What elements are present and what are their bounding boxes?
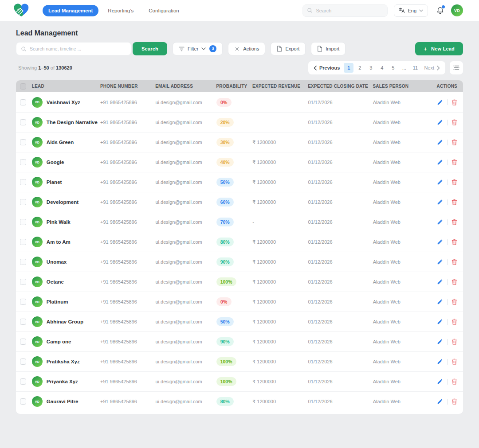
lead-avatar: VD bbox=[32, 396, 43, 407]
delete-icon[interactable] bbox=[452, 398, 457, 405]
delete-icon[interactable] bbox=[452, 119, 457, 125]
edit-icon[interactable] bbox=[437, 358, 443, 365]
lead-name: The Design Narrative bbox=[47, 120, 98, 125]
user-avatar[interactable]: VD bbox=[451, 4, 463, 16]
lead-name: Alds Green bbox=[47, 140, 74, 145]
export-button[interactable]: Export bbox=[271, 42, 306, 55]
email-address: ui.design@gmail.com bbox=[155, 339, 216, 344]
edit-icon[interactable] bbox=[437, 319, 443, 325]
probability-badge: 80% bbox=[216, 397, 234, 406]
row-checkbox[interactable] bbox=[20, 219, 26, 225]
delete-icon[interactable] bbox=[452, 319, 457, 325]
new-lead-button[interactable]: + New Lead bbox=[415, 42, 463, 55]
delete-icon[interactable] bbox=[452, 339, 457, 345]
probability-badge: 30% bbox=[216, 138, 234, 147]
edit-icon[interactable] bbox=[437, 99, 443, 105]
lead-avatar: VD bbox=[32, 237, 43, 247]
select-all-checkbox[interactable] bbox=[20, 83, 26, 90]
delete-icon[interactable] bbox=[452, 179, 457, 185]
edit-icon[interactable] bbox=[437, 159, 443, 165]
lead-search-input[interactable] bbox=[30, 46, 126, 51]
lead-name: Vaishnavi Xyz bbox=[47, 100, 80, 105]
row-checkbox[interactable] bbox=[20, 239, 26, 245]
page-button-5[interactable]: 5 bbox=[388, 63, 398, 73]
next-page-button[interactable]: Next bbox=[424, 65, 440, 70]
lead-avatar: VD bbox=[32, 117, 43, 128]
actions-button[interactable]: Actions bbox=[228, 42, 265, 55]
row-checkbox[interactable] bbox=[20, 259, 26, 265]
page-button-11[interactable]: 11 bbox=[410, 63, 420, 73]
header-probability: PROBABILITY bbox=[216, 84, 252, 89]
edit-icon[interactable] bbox=[437, 378, 443, 385]
page-button-2[interactable]: 2 bbox=[355, 63, 365, 73]
edit-icon[interactable] bbox=[437, 279, 443, 285]
lead-name: Google bbox=[47, 160, 64, 165]
probability-badge: 70% bbox=[216, 218, 234, 226]
delete-icon[interactable] bbox=[452, 199, 457, 205]
delete-icon[interactable] bbox=[452, 219, 457, 225]
row-checkbox[interactable] bbox=[20, 99, 26, 105]
edit-icon[interactable] bbox=[437, 339, 443, 345]
expected-closing-date: 01/12/2026 bbox=[308, 199, 373, 205]
action-divider bbox=[447, 120, 448, 125]
row-checkbox[interactable] bbox=[20, 159, 26, 165]
row-checkbox[interactable] bbox=[20, 279, 26, 285]
nav-reportings[interactable]: Reporting’s bbox=[102, 5, 139, 16]
sales-person: Aladdin Web bbox=[373, 160, 437, 165]
table-settings-button[interactable] bbox=[450, 61, 463, 74]
pagination: Previous 1 2 3 4 5 ... 11 Next bbox=[308, 61, 445, 74]
delete-icon[interactable] bbox=[452, 139, 457, 145]
delete-icon[interactable] bbox=[452, 99, 457, 105]
row-checkbox[interactable] bbox=[20, 378, 26, 385]
row-checkbox[interactable] bbox=[20, 319, 26, 325]
edit-icon[interactable] bbox=[437, 179, 443, 185]
delete-icon[interactable] bbox=[452, 279, 457, 285]
page-button-3[interactable]: 3 bbox=[366, 63, 376, 73]
edit-icon[interactable] bbox=[437, 199, 443, 205]
row-checkbox[interactable] bbox=[20, 139, 26, 145]
page-button-1[interactable]: 1 bbox=[344, 63, 353, 73]
previous-page-button[interactable]: Previous bbox=[314, 65, 340, 70]
delete-icon[interactable] bbox=[452, 299, 457, 305]
delete-icon[interactable] bbox=[452, 358, 457, 365]
page-button-4[interactable]: 4 bbox=[377, 63, 387, 73]
search-button[interactable]: Search bbox=[133, 42, 167, 55]
row-checkbox[interactable] bbox=[20, 119, 26, 125]
edit-icon[interactable] bbox=[437, 259, 443, 265]
filter-count-badge: 3 bbox=[209, 45, 216, 52]
row-checkbox[interactable] bbox=[20, 358, 26, 365]
global-search-input[interactable] bbox=[316, 8, 383, 13]
nav-lead-management[interactable]: Lead Management bbox=[43, 5, 98, 16]
language-selector[interactable]: Eng bbox=[394, 4, 428, 17]
delete-icon[interactable] bbox=[452, 378, 457, 385]
action-divider bbox=[447, 339, 448, 345]
filter-button[interactable]: Filter 3 bbox=[173, 42, 223, 55]
header-email: EMAIL ADDRESS bbox=[155, 84, 216, 89]
row-checkbox[interactable] bbox=[20, 398, 26, 405]
sales-person: Aladdin Web bbox=[373, 259, 437, 265]
action-divider bbox=[447, 359, 448, 365]
edit-icon[interactable] bbox=[437, 239, 443, 245]
row-checkbox[interactable] bbox=[20, 299, 26, 305]
edit-icon[interactable] bbox=[437, 398, 443, 405]
edit-icon[interactable] bbox=[437, 299, 443, 305]
edit-icon[interactable] bbox=[437, 119, 443, 125]
phone-number: +91 9865425896 bbox=[100, 199, 155, 205]
nav-configuration[interactable]: Configuration bbox=[143, 5, 185, 16]
row-checkbox[interactable] bbox=[20, 199, 26, 205]
import-button[interactable]: Import bbox=[311, 42, 346, 55]
phone-number: +91 9865425896 bbox=[100, 399, 155, 404]
gear-icon bbox=[234, 46, 240, 52]
edit-icon[interactable] bbox=[437, 219, 443, 225]
delete-icon[interactable] bbox=[452, 259, 457, 265]
phone-number: +91 9865425896 bbox=[100, 100, 155, 105]
delete-icon[interactable] bbox=[452, 159, 457, 165]
notifications-bell-icon[interactable] bbox=[436, 6, 444, 15]
table-row: VD Am to Am +91 9865425896 ui.design@gma… bbox=[16, 232, 463, 252]
row-checkbox[interactable] bbox=[20, 339, 26, 345]
chevron-down-icon bbox=[419, 9, 423, 12]
chevron-down-icon bbox=[201, 47, 206, 50]
delete-icon[interactable] bbox=[452, 239, 457, 245]
edit-icon[interactable] bbox=[437, 139, 443, 145]
row-checkbox[interactable] bbox=[20, 179, 26, 185]
